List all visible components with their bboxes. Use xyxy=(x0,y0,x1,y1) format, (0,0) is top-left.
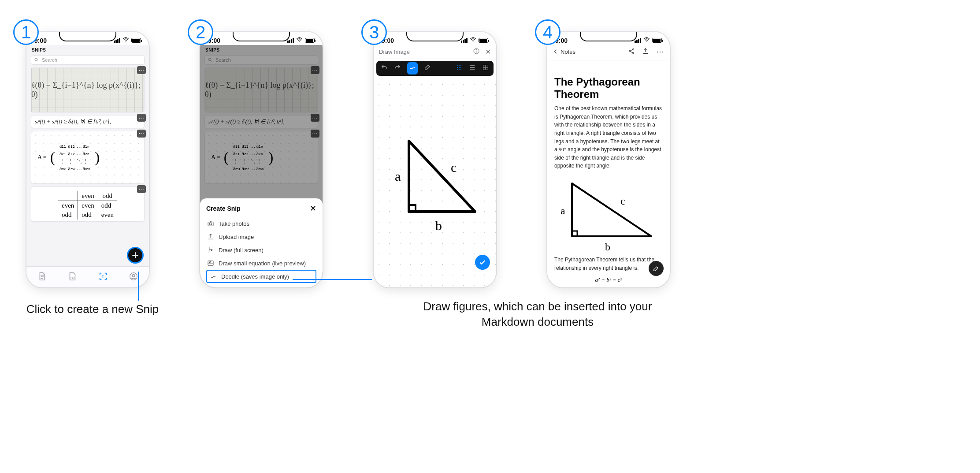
snip-card-3[interactable]: ⋯ A = ( a₁₁a₁₂…a₁ₙ a₂₁a₂₂…a₂ₙ ⋮⋮⋱⋮ aₘ₁aₘ… xyxy=(31,131,145,184)
function-icon: x xyxy=(207,246,214,253)
grid-squares-button[interactable] xyxy=(482,64,489,73)
grid-icon xyxy=(482,64,489,71)
svg-point-11 xyxy=(209,223,212,225)
doc-equation: a² + b² = c² xyxy=(554,276,663,283)
camera-icon xyxy=(207,220,214,227)
snip-card-1[interactable]: ⋯ ℓ(θ) = Σ_{i=1}^{n} log p(x^{(i)}; θ) xyxy=(31,67,145,112)
grid-lines-button[interactable] xyxy=(469,64,476,73)
svg-point-19 xyxy=(459,65,460,66)
edit-doc-button[interactable] xyxy=(649,261,664,276)
help-icon xyxy=(473,48,480,55)
sheet-close-button[interactable]: ✕ xyxy=(310,204,316,213)
doc-title: The Pythagorean Theorem xyxy=(554,76,663,100)
draw-title: Draw Image xyxy=(379,48,410,55)
snip-menu-icon[interactable]: ⋯ xyxy=(137,66,146,74)
redo-button[interactable] xyxy=(394,64,401,73)
phone-4: 9:00 Notes ⋯ The Pythagorean Theorem One… xyxy=(547,32,670,287)
plus-icon xyxy=(131,251,139,259)
step-badge-1: 1 xyxy=(13,19,39,45)
drawing-canvas[interactable]: a b c xyxy=(374,79,496,287)
svg-point-7 xyxy=(299,41,300,41)
step-badge-4: 4 xyxy=(535,19,561,45)
doodle-icon xyxy=(210,273,217,280)
more-button[interactable]: ⋯ xyxy=(656,47,664,56)
matrix-prefix: A = xyxy=(37,154,47,161)
snip-image-1: ℓ(θ) = Σ_{i=1}^{n} log p(x^{(i)}; θ) xyxy=(31,68,144,112)
search-icon xyxy=(34,57,39,63)
svg-text:a: a xyxy=(561,205,565,216)
svg-point-24 xyxy=(457,69,458,70)
svg-text:c: c xyxy=(451,160,457,175)
battery-icon xyxy=(652,38,662,43)
option-doodle[interactable]: Doodle (saves image only) xyxy=(206,270,316,283)
svg-point-17 xyxy=(476,52,476,53)
tab-bar: PDF Σ xyxy=(26,266,149,287)
phone-1: 9:00 SNIPS Search ⋯ ℓ(θ) = Σ_{i=1}^{n} l… xyxy=(26,32,149,287)
tab-pdf[interactable]: PDF xyxy=(67,272,77,283)
back-button[interactable]: Notes xyxy=(553,48,575,55)
svg-text:b: b xyxy=(435,218,442,233)
step-badge-2: 2 xyxy=(188,19,213,45)
snip-menu-icon[interactable]: ⋯ xyxy=(137,185,146,193)
undo-icon xyxy=(381,64,388,71)
notch xyxy=(233,32,290,41)
export-button[interactable] xyxy=(642,48,649,56)
doc-paragraph-1: One of the best known mathematical formu… xyxy=(554,104,663,170)
svg-text:PDF: PDF xyxy=(71,276,76,279)
svg-point-32 xyxy=(633,48,634,50)
tab-docs[interactable] xyxy=(37,272,47,283)
help-button[interactable] xyxy=(473,48,480,56)
option-take-photos[interactable]: Take photos xyxy=(206,217,316,230)
share-icon xyxy=(628,48,635,55)
connector-line-2-3 xyxy=(293,279,372,280)
svg-text:x: x xyxy=(211,249,212,251)
notch xyxy=(580,32,637,41)
grid-dots-icon xyxy=(456,64,463,71)
svg-text:Σ: Σ xyxy=(102,274,104,279)
snip-card-4[interactable]: ⋯ evenodd evenevenodd oddoddeven xyxy=(31,186,145,222)
svg-point-25 xyxy=(459,69,460,70)
document-icon xyxy=(37,272,47,281)
confirm-drawing-button[interactable] xyxy=(475,255,490,270)
tab-snips[interactable]: Σ xyxy=(98,272,108,283)
pen-tool-button[interactable] xyxy=(407,62,418,74)
svg-text:x²: x² xyxy=(209,261,211,263)
upload-icon xyxy=(642,48,649,55)
svg-text:b: b xyxy=(605,241,610,253)
svg-point-15 xyxy=(473,41,474,41)
check-icon xyxy=(479,258,486,266)
option-draw-small-equation[interactable]: x² Draw small equation (live preview) xyxy=(206,257,316,270)
svg-point-22 xyxy=(459,67,460,68)
search-input[interactable]: Search xyxy=(31,55,145,65)
option-upload-image[interactable]: Upload image xyxy=(206,230,316,243)
drawing-toolbar xyxy=(376,61,494,76)
notch xyxy=(406,32,464,41)
svg-point-23 xyxy=(460,67,461,68)
pen-icon xyxy=(409,64,416,71)
triangle-drawing: a b c xyxy=(374,79,496,282)
svg-text:c: c xyxy=(620,195,625,207)
wifi-icon xyxy=(643,36,650,44)
undo-button[interactable] xyxy=(381,64,388,73)
svg-point-26 xyxy=(460,69,461,70)
notch xyxy=(59,32,116,41)
eraser-tool-button[interactable] xyxy=(424,64,431,73)
eraser-icon xyxy=(424,64,431,71)
caption-step-34: Draw figures, which can be inserted into… xyxy=(410,299,665,330)
snip-menu-icon[interactable]: ⋯ xyxy=(137,114,146,122)
svg-point-21 xyxy=(457,67,458,68)
close-draw-button[interactable]: ✕ xyxy=(485,48,491,56)
option-draw-fullscreen[interactable]: x Draw (full screen) xyxy=(206,243,316,257)
wifi-icon xyxy=(122,36,129,44)
snip-menu-icon[interactable]: ⋯ xyxy=(137,130,146,138)
svg-point-18 xyxy=(457,65,458,66)
tab-profile[interactable] xyxy=(129,272,138,283)
snip-card-2[interactable]: ⋯ sᵢⁿ(t) + sⱼⁿ(t) ≥ δᵢ(t), ∀t ∈ [tᵢ⁰, tⱼ… xyxy=(31,115,145,128)
share-button[interactable] xyxy=(628,48,635,56)
chevron-left-icon xyxy=(553,48,559,55)
snip-latex-2: sᵢⁿ(t) + sⱼⁿ(t) ≥ δᵢ(t), ∀t ∈ [tᵢ⁰, tⱼⁿ]… xyxy=(35,118,141,125)
grid-dots-button[interactable] xyxy=(456,64,463,73)
create-snip-fab[interactable] xyxy=(127,247,144,264)
caption-step-1: Click to create a new Snip xyxy=(0,302,207,316)
svg-point-31 xyxy=(629,50,631,52)
